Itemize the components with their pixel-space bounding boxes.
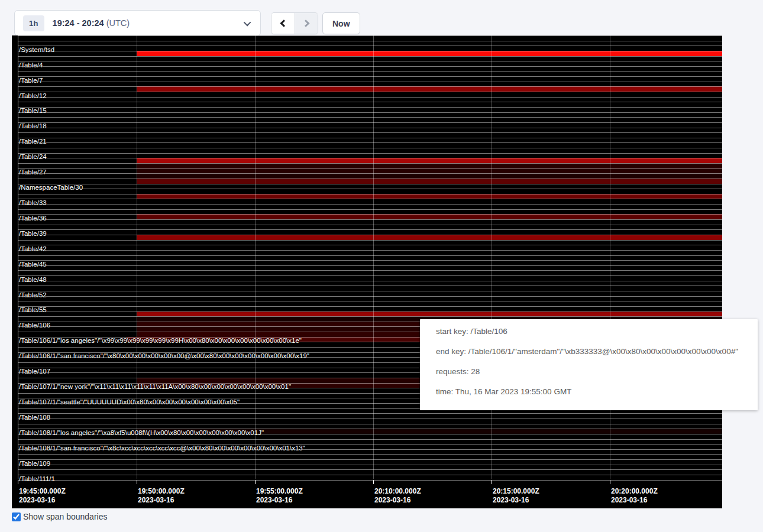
span-boundary-line — [18, 189, 722, 189]
show-span-boundaries-checkbox[interactable] — [12, 512, 21, 521]
span-boundary-line — [18, 148, 722, 148]
heatmap-band — [137, 158, 722, 163]
x-axis-tick — [18, 480, 18, 484]
span-boundary-line — [18, 82, 722, 82]
span-boundary-line — [18, 306, 722, 307]
x-axis-tick-label: 20:15:00.000Z2023-03-16 — [493, 487, 539, 505]
span-boundary-line — [18, 204, 722, 205]
x-axis-tick — [492, 480, 492, 484]
heatmap-band — [137, 214, 722, 219]
x-axis-tick-label: 19:45:00.000Z2023-03-16 — [19, 487, 66, 505]
span-boundary-line — [18, 194, 722, 194]
span-key-label: /Table/108/1/"los angeles"/"\xa8\xf5\u00… — [19, 430, 264, 436]
span-boundary-line — [18, 424, 722, 424]
chevron-down-icon — [244, 18, 251, 26]
span-key-label: /Table/109 — [19, 460, 50, 467]
span-boundary-line — [18, 270, 722, 271]
span-boundary-line — [18, 219, 722, 220]
key-visualizer-canvas[interactable]: /System/tsd/Table/4/Table/7/Table/12/Tab… — [12, 35, 722, 508]
span-boundary-line — [18, 260, 722, 261]
span-key-label: /Table/45 — [19, 261, 47, 268]
footer-controls: Show span boundaries — [12, 512, 107, 521]
prev-button[interactable] — [271, 13, 295, 34]
span-key-label: /Table/106/1/"san francisco"/"\x80\x00\x… — [19, 353, 309, 359]
span-key-label: /Table/15 — [19, 108, 47, 114]
span-boundary-line — [18, 229, 722, 230]
span-boundary-line — [18, 286, 722, 286]
chevron-right-icon — [302, 20, 309, 27]
next-button[interactable] — [295, 13, 318, 34]
span-key-label: /System/tsd — [19, 47, 54, 53]
span-boundary-line — [18, 173, 722, 174]
tooltip-end-key: end key: /Table/106/1/"amsterdam"/"\xb33… — [436, 342, 752, 362]
time-grid-line — [255, 35, 256, 479]
x-axis-tick — [137, 480, 137, 484]
span-boundary-line — [18, 102, 722, 102]
span-key-label: /Table/4 — [19, 62, 43, 69]
span-boundary-line — [18, 107, 722, 108]
span-boundary-line — [18, 469, 722, 470]
x-axis-tick-label: 20:10:00.000Z2023-03-16 — [374, 487, 421, 505]
time-nav-group — [271, 12, 318, 34]
span-boundary-line — [18, 122, 722, 123]
cell-tooltip: start key: /Table/106 end key: /Table/10… — [420, 319, 758, 410]
tooltip-time: time: Thu, 16 Mar 2023 19:55:00 GMT — [436, 382, 752, 402]
span-boundary-line — [18, 184, 722, 184]
span-key-label: /Table/33 — [19, 200, 47, 206]
span-boundary-line — [18, 291, 722, 291]
span-key-label: /NamespaceTable/30 — [19, 184, 83, 191]
span-boundary-line — [18, 158, 722, 158]
span-key-label: /Table/7 — [19, 77, 43, 84]
span-boundary-line — [18, 199, 722, 199]
time-grid-line — [18, 35, 18, 479]
span-key-label: /Table/36 — [19, 215, 47, 222]
chevron-left-icon — [280, 20, 288, 27]
span-key-label: /Table/39 — [19, 231, 47, 237]
span-key-label: /Table/108 — [19, 414, 50, 421]
span-key-label: /Table/106/1/"los angeles"/"\x99\x99\x99… — [19, 338, 302, 344]
span-boundary-line — [18, 142, 722, 143]
span-boundary-line — [18, 255, 722, 256]
span-boundary-line — [18, 132, 722, 133]
span-key-label: /Table/18 — [19, 123, 47, 129]
span-boundary-line — [18, 41, 722, 41]
time-grid-line — [137, 35, 137, 479]
duration-badge: 1h — [23, 15, 44, 31]
span-key-label: /Table/24 — [19, 154, 47, 160]
x-axis-tick-label: 19:50:00.000Z2023-03-16 — [138, 487, 185, 505]
heatmap-band — [137, 163, 722, 168]
span-boundary-line — [18, 214, 722, 215]
time-grid-line — [610, 35, 610, 479]
x-axis-tick-label: 20:20:00.000Z2023-03-16 — [611, 487, 658, 505]
span-key-label: /Table/21 — [19, 138, 47, 145]
span-boundary-line — [18, 71, 722, 72]
time-range-selector[interactable]: 1h 19:24 - 20:24 (UTC) — [14, 10, 261, 36]
tooltip-requests: requests: 28 — [436, 362, 752, 382]
span-boundary-line — [18, 475, 722, 475]
span-key-label: /Table/52 — [19, 292, 47, 299]
span-boundary-line — [18, 86, 722, 87]
heatmap-band — [137, 51, 722, 56]
span-boundary-line — [18, 419, 722, 419]
span-boundary-line — [18, 35, 722, 36]
heatmap-band — [137, 86, 722, 92]
span-boundary-line — [18, 281, 722, 281]
span-boundary-line — [18, 439, 722, 440]
span-boundary-line — [18, 46, 722, 46]
span-boundary-line — [18, 66, 722, 67]
timezone-value: (UTC) — [106, 18, 130, 28]
x-axis-tick — [373, 480, 374, 484]
span-boundary-line — [18, 250, 722, 251]
span-boundary-line — [18, 168, 722, 169]
show-span-boundaries-label: Show span boundaries — [23, 512, 107, 521]
now-button[interactable]: Now — [322, 12, 360, 34]
span-key-label: /Table/48 — [19, 277, 47, 283]
span-key-label: /Table/111/1 — [19, 476, 55, 482]
span-key-label: /Table/108/1/"san francisco"/"\x8c\xcc\x… — [19, 445, 305, 452]
span-boundary-line — [18, 209, 722, 210]
x-axis-tick — [610, 480, 610, 484]
span-boundary-line — [18, 480, 722, 481]
time-range-value: 19:24 - 20:24 — [53, 18, 104, 28]
span-boundary-line — [18, 163, 722, 164]
time-grid-line — [373, 35, 374, 479]
